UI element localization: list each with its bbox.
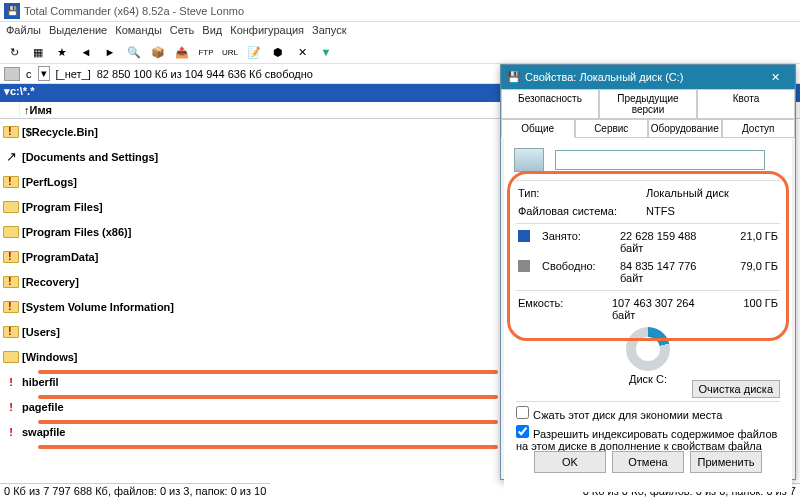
tb-hex-icon[interactable]: ⬢ [268, 42, 288, 62]
val-cap-gb: 100 ГБ [722, 297, 778, 321]
tb-x-icon[interactable]: ✕ [292, 42, 312, 62]
menu-files[interactable]: Файлы [6, 24, 41, 38]
file-ex-icon: ! [2, 398, 20, 416]
link-icon: ↗ [2, 148, 20, 166]
drive-space: 82 850 100 Кб из 104 944 636 Кб свободно [97, 68, 313, 80]
annotation-underline [38, 445, 498, 449]
app-icon: 💾 [4, 3, 20, 19]
file-name: [$Recycle.Bin] [22, 126, 540, 138]
drive-dropdown[interactable]: ▾ [38, 66, 50, 81]
folder-ex-icon [2, 323, 20, 341]
file-name: [Users] [22, 326, 540, 338]
folder-ex-icon [2, 123, 20, 141]
file-name: pagefile [22, 401, 540, 413]
apply-button[interactable]: Применить [690, 451, 762, 473]
val-type: Локальный диск [646, 187, 778, 199]
col-icon[interactable] [0, 102, 20, 118]
props-drive-icon: 💾 [507, 71, 521, 84]
file-name: [Windows] [22, 351, 540, 363]
tb-ftp-icon[interactable]: FTP [196, 42, 216, 62]
file-name: [System Volume Information] [22, 301, 540, 313]
tb-unpack-icon[interactable]: 📤 [172, 42, 192, 62]
tb-star-icon[interactable]: ★ [52, 42, 72, 62]
tab-quota[interactable]: Квота [697, 89, 795, 119]
val-free-gb: 79,0 ГБ [722, 260, 778, 284]
props-tabs-top: Безопасность Предыдущие версии Квота [501, 89, 795, 119]
props-title: Свойства: Локальный диск (C:) [525, 71, 684, 83]
file-name: hiberfil [22, 376, 540, 388]
tab-general[interactable]: Общие [501, 119, 575, 138]
window-title: Total Commander (x64) 8.52a - Steve Lonm… [24, 5, 244, 17]
free-color-icon [518, 260, 530, 272]
props-tabs-bot: Общие Сервис Оборудование Доступ [501, 119, 795, 138]
cancel-button[interactable]: Отмена [612, 451, 684, 473]
tab-service[interactable]: Сервис [575, 119, 649, 138]
val-cap-b: 107 463 307 264 байт [612, 297, 714, 321]
file-name: [Program Files] [22, 201, 540, 213]
properties-dialog: 💾 Свойства: Локальный диск (C:) ✕ Безопа… [500, 64, 796, 480]
compress-checkbox[interactable] [516, 406, 529, 419]
disk-cleanup-button[interactable]: Очистка диска [692, 380, 780, 398]
tb-right-icon[interactable]: ► [100, 42, 120, 62]
menu-cmd[interactable]: Команды [115, 24, 162, 38]
close-icon[interactable]: ✕ [761, 71, 789, 84]
tb-search-icon[interactable]: 🔍 [124, 42, 144, 62]
menu-run[interactable]: Запуск [312, 24, 346, 38]
menu-bar: Файлы Выделение Команды Сеть Вид Конфигу… [0, 22, 800, 40]
menu-config[interactable]: Конфигурация [230, 24, 304, 38]
tb-down-icon[interactable]: ▼ [316, 42, 336, 62]
tb-pack-icon[interactable]: 📦 [148, 42, 168, 62]
tab-security[interactable]: Безопасность [501, 89, 599, 119]
folder-icon [2, 348, 20, 366]
lbl-cap: Емкость: [518, 297, 604, 321]
menu-select[interactable]: Выделение [49, 24, 107, 38]
status-bar-left: 0 Кб из 7 797 688 Кб, файлов: 0 из 3, па… [0, 483, 270, 501]
val-used-gb: 21,0 ГБ [722, 230, 778, 254]
file-ex-icon: ! [2, 423, 20, 441]
folder-ex-icon [2, 248, 20, 266]
props-titlebar: 💾 Свойства: Локальный диск (C:) ✕ [501, 65, 795, 89]
val-used-b: 22 628 159 488 байт [620, 230, 714, 254]
val-fs: NTFS [646, 205, 778, 217]
drive-icon[interactable] [4, 67, 20, 81]
window-titlebar: 💾 Total Commander (x64) 8.52a - Steve Lo… [0, 0, 800, 22]
drive-letter[interactable]: c [26, 68, 32, 80]
tab-share[interactable]: Доступ [722, 119, 796, 138]
menu-net[interactable]: Сеть [170, 24, 194, 38]
file-name: [Recovery] [22, 276, 540, 288]
folder-icon [2, 198, 20, 216]
tb-url-icon[interactable]: URL [220, 42, 240, 62]
toolbar: ↻ ▦ ★ ◄ ► 🔍 📦 📤 FTP URL 📝 ⬢ ✕ ▼ [0, 40, 800, 64]
volume-label-input[interactable] [555, 150, 765, 170]
tab-prev[interactable]: Предыдущие версии [599, 89, 697, 119]
file-name: [ProgramData] [22, 251, 540, 263]
ok-button[interactable]: OK [534, 451, 606, 473]
col-name[interactable]: ↑Имя [20, 102, 542, 118]
usage-donut-icon [626, 327, 670, 371]
tb-left-icon[interactable]: ◄ [76, 42, 96, 62]
file-name: [PerfLogs] [22, 176, 540, 188]
val-free-b: 84 835 147 776 байт [620, 260, 714, 284]
lbl-free: Свободно: [542, 260, 612, 284]
folder-icon [2, 223, 20, 241]
folder-ex-icon [2, 173, 20, 191]
file-name: [Documents and Settings] [22, 151, 540, 163]
lbl-used: Занято: [542, 230, 612, 254]
drive-large-icon [514, 148, 544, 172]
lbl-fs: Файловая система: [518, 205, 638, 217]
tb-refresh-icon[interactable]: ↻ [4, 42, 24, 62]
menu-view[interactable]: Вид [202, 24, 222, 38]
props-button-row: OK Отмена Применить [501, 437, 795, 473]
lbl-type: Тип: [518, 187, 638, 199]
file-ex-icon: ! [2, 373, 20, 391]
file-name: swapfile [22, 426, 540, 438]
file-name: [Program Files (x86)] [22, 226, 540, 238]
drive-none: [_нет_] [56, 68, 91, 80]
lbl-compress: Сжать этот диск для экономии места [533, 409, 722, 421]
tb-note-icon[interactable]: 📝 [244, 42, 264, 62]
used-color-icon [518, 230, 530, 242]
folder-ex-icon [2, 273, 20, 291]
tab-hw[interactable]: Оборудование [648, 119, 722, 138]
tb-grid-icon[interactable]: ▦ [28, 42, 48, 62]
folder-ex-icon [2, 298, 20, 316]
